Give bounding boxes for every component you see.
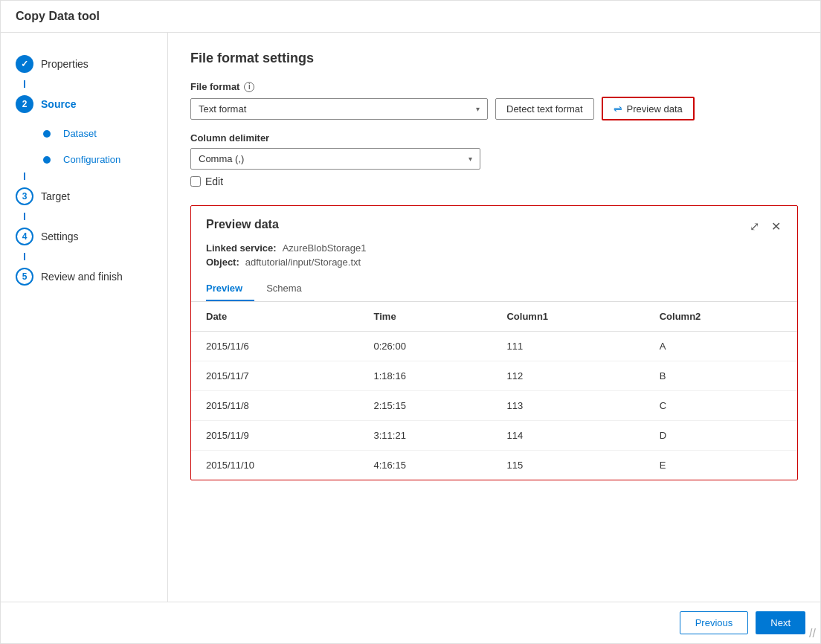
preview-meta: Linked service: AzureBlobStorage1 Object… (191, 235, 797, 268)
table-header-row: Date Time Column1 Column2 (191, 302, 797, 332)
app-title: Copy Data tool (16, 10, 100, 22)
edit-row: Edit (190, 176, 798, 187)
table-cell: 112 (492, 361, 644, 391)
connector-4 (24, 253, 25, 260)
chevron-down-icon-2: ▾ (469, 155, 472, 163)
column-delimiter-label: Column delimiter (190, 132, 798, 144)
file-format-value: Text format (199, 103, 246, 115)
sidebar-label-dataset: Dataset (63, 128, 97, 139)
object-value: adftutorial/input/Storage.txt (245, 257, 361, 268)
table-cell: 111 (492, 332, 644, 361)
col-header-time: Time (359, 302, 492, 332)
object-row: Object: adftutorial/input/Storage.txt (206, 257, 782, 268)
table-cell: 2015/11/9 (191, 421, 359, 451)
step-circle-dataset (43, 130, 51, 138)
step-circle-settings: 4 (16, 228, 33, 245)
table-cell: 2015/11/7 (191, 361, 359, 391)
table-cell: D (645, 421, 797, 451)
panel-controls: ⤢ ✕ (748, 218, 782, 235)
linked-service-value: AzureBlobStorage1 (283, 242, 367, 254)
preview-panel-header: Preview data ⤢ ✕ (191, 206, 797, 235)
app-header: Copy Data tool (1, 1, 820, 33)
table-cell: 0:26:00 (359, 332, 492, 361)
step-circle-configuration (43, 156, 51, 164)
file-format-label: File format i (190, 81, 798, 92)
table-cell: 4:16:15 (359, 451, 492, 480)
preview-panel-title: Preview data (206, 218, 279, 231)
sidebar-label-configuration: Configuration (63, 154, 120, 165)
table-cell: 2015/11/10 (191, 451, 359, 480)
sidebar-label-target: Target (41, 190, 70, 202)
bottom-bar: Previous Next // (1, 602, 820, 643)
sidebar-label-properties: Properties (41, 58, 88, 70)
preview-panel: Preview data ⤢ ✕ Linked service: AzureBl… (190, 205, 798, 480)
connector-3 (24, 213, 25, 220)
sidebar-label-review: Review and finish (41, 271, 123, 283)
col-header-column2: Column2 (645, 302, 797, 332)
table-row: 2015/11/60:26:00111A (191, 332, 797, 361)
linked-service-label: Linked service: (206, 242, 277, 254)
table-row: 2015/11/104:16:15115E (191, 451, 797, 480)
table-cell: 114 (492, 421, 644, 451)
step-circle-target: 3 (16, 187, 33, 205)
column-delimiter-value: Comma (,) (199, 153, 244, 164)
edit-label: Edit (205, 176, 223, 187)
detect-text-format-button[interactable]: Detect text format (495, 98, 594, 120)
next-button[interactable]: Next (756, 611, 805, 634)
object-label: Object: (206, 257, 239, 268)
edit-checkbox[interactable] (190, 176, 201, 187)
column-delimiter-dropdown[interactable]: Comma (,) ▾ (190, 148, 480, 170)
sidebar-item-configuration[interactable]: Configuration (1, 146, 167, 173)
linked-service-row: Linked service: AzureBlobStorage1 (206, 242, 782, 254)
table-cell: A (645, 332, 797, 361)
col-header-date: Date (191, 302, 359, 332)
file-format-row: File format i Text format ▾ Detect text … (190, 81, 798, 120)
table-cell: B (645, 361, 797, 391)
section-title: File format settings (190, 51, 798, 66)
tab-schema[interactable]: Schema (266, 277, 314, 301)
table-row: 2015/11/71:18:16112B (191, 361, 797, 391)
preview-tabs: Preview Schema (191, 277, 797, 302)
content-area: File format settings File format i Text … (168, 33, 820, 602)
sidebar-item-settings[interactable]: 4 Settings (1, 220, 167, 253)
preview-icon: ⇌ (614, 103, 622, 115)
sidebar-label-settings: Settings (41, 231, 79, 242)
preview-btn-label: Preview data (627, 103, 683, 115)
table-row: 2015/11/82:15:15113C (191, 391, 797, 421)
table-cell: 3:11:21 (359, 421, 492, 451)
step-circle-source: 2 (16, 95, 33, 113)
preview-table: Date Time Column1 Column2 2015/11/60:26:… (191, 302, 797, 480)
sidebar-item-target[interactable]: 3 Target (1, 180, 167, 213)
info-icon[interactable]: i (244, 82, 254, 92)
sidebar-label-source: Source (41, 98, 76, 110)
table-cell: 113 (492, 391, 644, 421)
tab-preview[interactable]: Preview (206, 277, 254, 301)
table-cell: 2015/11/8 (191, 391, 359, 421)
col-header-column1: Column1 (492, 302, 644, 332)
table-cell: 115 (492, 451, 644, 480)
connector-2 (24, 173, 25, 180)
connector-1 (24, 80, 25, 88)
step-circle-properties: ✓ (16, 55, 33, 73)
sidebar-item-dataset[interactable]: Dataset (1, 120, 167, 146)
sidebar-item-properties[interactable]: ✓ Properties (1, 48, 167, 80)
table-cell: C (645, 391, 797, 421)
sidebar-item-review[interactable]: 5 Review and finish (1, 260, 167, 293)
table-cell: E (645, 451, 797, 480)
sidebar-item-source[interactable]: 2 Source (1, 88, 167, 120)
close-icon[interactable]: ✕ (770, 218, 782, 235)
table-cell: 2:15:15 (359, 391, 492, 421)
preview-data-button[interactable]: ⇌ Preview data (602, 97, 695, 120)
table-cell: 2015/11/6 (191, 332, 359, 361)
column-delimiter-row: Column delimiter Comma (,) ▾ Edit (190, 132, 798, 187)
file-format-dropdown[interactable]: Text format ▾ (190, 98, 488, 120)
table-row: 2015/11/93:11:21114D (191, 421, 797, 451)
step-circle-review: 5 (16, 268, 33, 286)
sidebar: ✓ Properties 2 Source Dataset Configurat… (1, 33, 168, 602)
table-cell: 1:18:16 (359, 361, 492, 391)
resize-handle: // (809, 627, 816, 640)
format-row: Text format ▾ Detect text format ⇌ Previ… (190, 97, 798, 120)
expand-icon[interactable]: ⤢ (748, 218, 761, 235)
previous-button[interactable]: Previous (680, 611, 749, 634)
chevron-down-icon: ▾ (476, 105, 480, 113)
